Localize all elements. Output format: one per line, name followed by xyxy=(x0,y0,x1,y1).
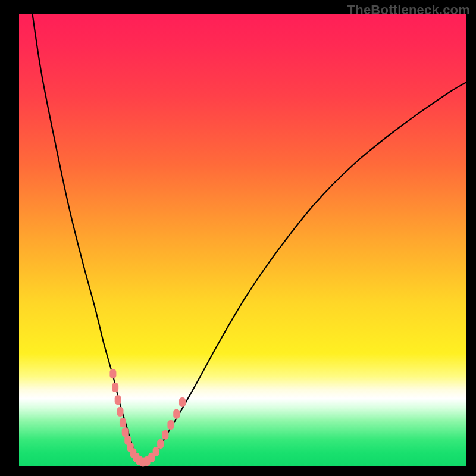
marker-dot xyxy=(109,369,116,378)
marker-dot xyxy=(167,420,174,430)
highlight-markers xyxy=(109,369,186,466)
marker-dot xyxy=(157,439,164,449)
marker-dot xyxy=(112,383,118,392)
marker-dot xyxy=(115,395,121,405)
marker-dot xyxy=(117,407,123,416)
chart-frame: TheBottleneck.com xyxy=(0,0,476,476)
marker-dot xyxy=(162,430,168,440)
chart-overlay xyxy=(19,14,466,466)
bottleneck-curve xyxy=(33,14,466,462)
marker-dot xyxy=(122,427,129,437)
plot-area xyxy=(19,14,466,466)
marker-dot xyxy=(173,409,180,419)
marker-dot xyxy=(179,397,186,407)
marker-dot xyxy=(153,447,159,456)
watermark-text: TheBottleneck.com xyxy=(347,2,470,18)
marker-dot xyxy=(120,418,126,427)
